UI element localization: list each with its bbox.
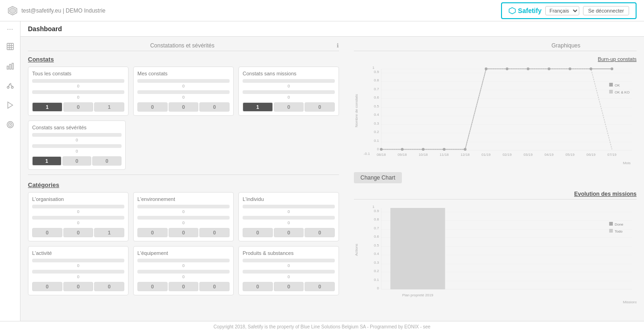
footer-text: Copyright 2018, Safetify is the property… [214, 324, 431, 329]
categories-row2: L'activité 0 0 0 0 0 [28, 246, 339, 295]
svg-rect-67 [609, 83, 613, 87]
svg-text:0.1: 0.1 [374, 278, 379, 282]
count-ind: 0 0 0 [243, 228, 335, 237]
brand-icon [508, 7, 516, 14]
count-btn-sm-1[interactable]: 0 [274, 102, 304, 112]
card-env-title: L'environnement [137, 196, 230, 202]
bar-group-6: 0 [243, 90, 335, 100]
count-btn-1[interactable]: 0 [63, 102, 94, 112]
svg-text:1: 1 [373, 205, 375, 209]
svg-point-52 [610, 67, 613, 70]
bar-label-8: 0 [32, 149, 122, 154]
svg-marker-1 [10, 7, 16, 13]
count-btn-mes-0[interactable]: 0 [137, 102, 168, 112]
bar-group-3: 0 [137, 79, 230, 88]
card-organisation: L'organisation 0 0 0 0 1 [28, 192, 129, 241]
svg-text:11/18: 11/18 [440, 153, 449, 157]
bar-group-5: 0 [243, 79, 335, 88]
card-produits: Produits & substances 0 0 0 0 0 [238, 246, 339, 295]
count-org-2[interactable]: 1 [94, 228, 124, 237]
sidebar-item-bike[interactable] [2, 77, 19, 94]
card-activite: L'activité 0 0 0 0 0 [28, 246, 129, 295]
svg-text:10/18: 10/18 [419, 153, 428, 157]
svg-text:05/19: 05/19 [565, 153, 575, 157]
main-content: Dashboard Constatations et sévérités ℹ C… [20, 21, 644, 321]
dashboard-body: Constatations et sévérités ℹ Constats To… [20, 37, 644, 311]
bar-track-6 [243, 90, 335, 94]
svg-text:0.9: 0.9 [374, 209, 379, 213]
left-panel: Constatations et sévérités ℹ Constats To… [20, 37, 346, 311]
card-org-title: L'organisation [32, 196, 124, 202]
count-act: 0 0 0 [32, 282, 124, 291]
count-btn-mes-2[interactable]: 0 [199, 102, 230, 112]
bar-track-7 [32, 133, 122, 137]
count-org-1[interactable]: 0 [63, 228, 94, 237]
svg-point-45 [464, 148, 467, 151]
count-btn-sev-1[interactable]: 0 [62, 156, 92, 166]
sidebar: ··· [0, 21, 20, 321]
count-btn-mes-1[interactable]: 0 [169, 102, 199, 112]
logout-button[interactable]: Se déconnecter [583, 6, 629, 15]
constats-section-header: Constatations et sévérités ℹ [28, 42, 339, 51]
svg-text:Plan propreté 2019: Plan propreté 2019 [402, 293, 434, 297]
bar-track-8 [32, 144, 122, 148]
evolution-title: Evolution des missions [574, 191, 637, 197]
count-btn-sm-2[interactable]: 0 [305, 102, 335, 112]
svg-text:Done: Done [615, 222, 624, 227]
dashboard-header: Dashboard [20, 21, 644, 37]
svg-text:-0.1: -0.1 [364, 152, 370, 156]
sidebar-item-building[interactable] [2, 38, 19, 55]
svg-rect-8 [7, 66, 8, 69]
svg-rect-3 [7, 43, 14, 50]
svg-point-43 [422, 148, 425, 151]
language-select[interactable]: Français English [545, 6, 579, 15]
info-icon[interactable]: ℹ [337, 42, 339, 49]
count-btn-2[interactable]: 1 [94, 102, 124, 112]
categories-label: Catégories [28, 181, 339, 188]
card-sans-missions-title: Constats sans missions [243, 71, 335, 76]
svg-point-42 [401, 148, 404, 151]
count-btn-0[interactable]: 1 [32, 102, 62, 112]
right-panel: Graphiques Burn-up constats 0 0.1 0 [346, 37, 644, 311]
sidebar-item-play[interactable] [2, 97, 19, 114]
svg-text:0.4: 0.4 [374, 252, 379, 256]
svg-rect-9 [9, 64, 11, 69]
bar-label-6: 0 [243, 95, 335, 100]
building-icon [6, 42, 14, 51]
count-btn-sev-0[interactable]: 1 [32, 156, 61, 166]
sidebar-item-chart[interactable] [2, 58, 19, 74]
svg-text:0.5: 0.5 [374, 243, 379, 247]
svg-text:0.5: 0.5 [374, 104, 379, 108]
bar-label-1: 0 [32, 84, 124, 88]
footer: Copyright 2018, Safetify is the property… [0, 321, 644, 334]
evolution-chart-svg: 0 0.1 0.2 0.3 0.4 0.5 0.6 0.7 0.8 0.9 1 [354, 203, 637, 306]
count-prod: 0 0 0 [243, 282, 335, 291]
top-bar-left: test@safetify.eu | DEMO Industrie [7, 6, 105, 16]
svg-point-51 [590, 67, 592, 70]
svg-text:0.8: 0.8 [374, 78, 379, 82]
bar-group-2: 0 [32, 90, 124, 100]
card-environnement: L'environnement 0 0 0 0 0 [133, 192, 234, 241]
count-org-0[interactable]: 0 [32, 228, 62, 237]
count-btn-sev-2[interactable]: 0 [92, 156, 122, 166]
constats-bottom-row: Constats sans sévérités 0 0 1 0 0 [28, 120, 339, 170]
svg-point-47 [506, 67, 508, 70]
constats-cards-row: Tous les constats 0 0 1 0 1 [28, 67, 339, 116]
change-chart-button[interactable]: Change Chart [354, 172, 402, 183]
bike-icon [6, 81, 14, 90]
svg-text:Nombre de constats: Nombre de constats [354, 94, 359, 127]
count-row-sans-missions: 1 0 0 [243, 102, 335, 112]
svg-text:0: 0 [377, 286, 379, 290]
card-sans-sev-title: Constats sans sévérités [32, 125, 122, 130]
main-layout: ··· Dashb [0, 21, 644, 321]
svg-rect-97 [609, 222, 613, 226]
safetify-logo-icon [7, 6, 18, 16]
sidebar-menu-toggle[interactable]: ··· [7, 25, 13, 33]
sidebar-item-target[interactable] [2, 116, 19, 133]
bar-group-4: 0 [137, 90, 230, 100]
bar-track-1 [32, 79, 124, 83]
count-btn-sm-0[interactable]: 1 [243, 102, 273, 112]
bar-group-1: 0 [32, 79, 124, 88]
target-icon [6, 120, 14, 129]
bar-org-1: 0 [32, 205, 124, 214]
